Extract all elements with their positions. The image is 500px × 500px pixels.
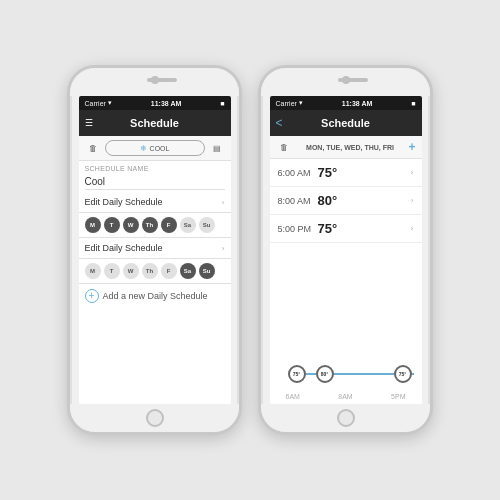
slider-dot-3-value: 75° [399,371,407,377]
phone-1-bottom [70,404,239,432]
temp-3-value: 75° [318,221,411,236]
day-F-2[interactable]: F [161,263,177,279]
day-M-1[interactable]: M [85,217,101,233]
phone-1-toolbar: 🗑 ❄ COOL ▤ [79,136,231,161]
slider-label-mid: 8AM [338,393,352,400]
slider-label-right: 5PM [391,393,405,400]
time-1-label: 6:00 AM [278,168,318,178]
cool-label: COOL [150,145,170,152]
phone-2-toolbar: 🗑 MON, TUE, WED, THU, FRI + [270,136,422,159]
time-2-label: 8:00 AM [278,196,318,206]
p2-status-battery: ■ [411,100,415,107]
status-carrier: Carrier ▾ [85,99,112,107]
add-schedule-row[interactable]: + Add a new Daily Schedule [79,284,231,308]
phone-1: Carrier ▾ 11:38 AM ■ ☰ Schedule 🗑 ❄ COOL [67,65,242,435]
cool-badge[interactable]: ❄ COOL [105,140,205,156]
day-W-2[interactable]: W [123,263,139,279]
day-Sa-2[interactable]: Sa [180,263,196,279]
menu-icon[interactable]: ☰ [85,118,93,128]
phone-1-nav-title: Schedule [130,117,179,129]
phone-1-status-bar: Carrier ▾ 11:38 AM ■ [79,96,231,110]
phone-1-speaker [147,78,177,82]
p2-status-carrier: Carrier ▾ [276,99,303,107]
slider-label-left: 6AM [286,393,300,400]
slider-dot-2-value: 80° [321,371,329,377]
phone-2-speaker [338,78,368,82]
back-button[interactable]: < [276,116,283,130]
phone-1-screen: Carrier ▾ 11:38 AM ■ ☰ Schedule 🗑 ❄ COOL [79,96,231,404]
chevron-right-t2: › [411,196,414,205]
temp-1-value: 75° [318,165,411,180]
slider-dot-1-value: 75° [293,371,301,377]
phone-1-nav-bar: ☰ Schedule [79,110,231,136]
edit-schedule-2-row[interactable]: Edit Daily Schedule › [79,238,231,259]
day-Su-2[interactable]: Su [199,263,215,279]
phone-2-screen: Carrier ▾ 11:38 AM ■ < Schedule 🗑 MON, T… [270,96,422,404]
trash-icon-toolbar[interactable]: 🗑 [85,140,101,156]
snowflake-icon: ❄ [140,144,147,153]
p2-status-time: 11:38 AM [342,100,372,107]
days-row-1: M T W Th F Sa Su [79,213,231,238]
day-Th-1[interactable]: Th [142,217,158,233]
add-schedule-label: Add a new Daily Schedule [103,291,208,301]
chevron-right-icon-2: › [222,244,225,253]
phone-2-home-button[interactable] [337,409,355,427]
phone-2-top-bar [261,68,430,96]
schedule-name-value: Cool [85,174,225,190]
edit-schedule-1-label: Edit Daily Schedule [85,197,222,207]
phone-1-top-bar [70,68,239,96]
day-T-1[interactable]: T [104,217,120,233]
phones-container: Carrier ▾ 11:38 AM ■ ☰ Schedule 🗑 ❄ COOL [67,65,433,435]
chevron-right-t3: › [411,224,414,233]
phone-1-home-button[interactable] [146,409,164,427]
day-W-1[interactable]: W [123,217,139,233]
slider-dot-2[interactable]: 80° [316,365,334,383]
days-header: MON, TUE, WED, THU, FRI [296,144,405,151]
slider-dot-1[interactable]: 75° [288,365,306,383]
phone-2-bottom [261,404,430,432]
slider-track[interactable]: 75° 80° 75° [278,359,414,389]
days-row-2: M T W Th F Sa Su [79,259,231,284]
phone-2: Carrier ▾ 11:38 AM ■ < Schedule 🗑 MON, T… [258,65,433,435]
status-time: 11:38 AM [151,100,181,107]
schedule-name-section: SCHEDULE NAME Cool [79,161,231,192]
phone-2-nav-title: Schedule [321,117,370,129]
time-slot-3[interactable]: 5:00 PM 75° › [270,215,422,243]
slider-labels: 6AM 8AM 5PM [278,393,414,400]
time-slot-1[interactable]: 6:00 AM 75° › [270,159,422,187]
chevron-right-icon-1: › [222,198,225,207]
day-Sa-1[interactable]: Sa [180,217,196,233]
day-F-1[interactable]: F [161,217,177,233]
slider-area: 75° 80° 75° 6AM 8AM 5PM [270,243,422,404]
time-slot-2[interactable]: 8:00 AM 80° › [270,187,422,215]
phone-2-nav-bar: < Schedule [270,110,422,136]
edit-schedule-2-label: Edit Daily Schedule [85,243,222,253]
chevron-right-t1: › [411,168,414,177]
slider-dot-3[interactable]: 75° [394,365,412,383]
schedule-name-label: SCHEDULE NAME [85,165,225,172]
calendar-icon[interactable]: ▤ [209,140,225,156]
time-3-label: 5:00 PM [278,224,318,234]
add-time-button[interactable]: + [408,140,415,154]
plus-circle-icon: + [85,289,99,303]
day-T-2[interactable]: T [104,263,120,279]
phone-2-status-bar: Carrier ▾ 11:38 AM ■ [270,96,422,110]
day-Th-2[interactable]: Th [142,263,158,279]
day-M-2[interactable]: M [85,263,101,279]
edit-schedule-1-row[interactable]: Edit Daily Schedule › [79,192,231,213]
temp-2-value: 80° [318,193,411,208]
p2-trash-icon[interactable]: 🗑 [276,139,292,155]
status-battery: ■ [220,100,224,107]
day-Su-1[interactable]: Su [199,217,215,233]
